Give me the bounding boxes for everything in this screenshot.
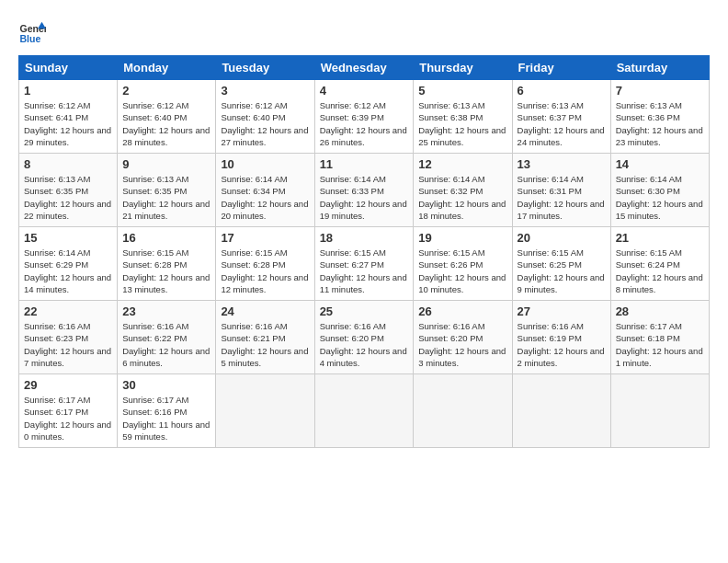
calendar-cell: 30 Sunrise: 6:17 AMSunset: 6:16 PMDaylig… — [118, 374, 216, 448]
calendar-cell: 16 Sunrise: 6:15 AMSunset: 6:28 PMDaylig… — [118, 227, 216, 301]
header: General Blue — [18, 18, 710, 46]
calendar-cell: 26 Sunrise: 6:16 AMSunset: 6:20 PMDaylig… — [414, 301, 512, 374]
day-number: 3 — [221, 84, 309, 98]
calendar-cell — [610, 374, 709, 448]
day-number: 6 — [518, 84, 606, 98]
calendar-cell: 6 Sunrise: 6:13 AMSunset: 6:37 PMDayligh… — [512, 80, 610, 154]
calendar-cell: 25 Sunrise: 6:16 AMSunset: 6:20 PMDaylig… — [314, 301, 414, 374]
day-info: Sunrise: 6:16 AMSunset: 6:23 PMDaylight:… — [24, 321, 111, 368]
day-info: Sunrise: 6:13 AMSunset: 6:37 PMDaylight:… — [518, 100, 605, 147]
day-info: Sunrise: 6:14 AMSunset: 6:30 PMDaylight:… — [616, 174, 703, 221]
day-info: Sunrise: 6:17 AMSunset: 6:18 PMDaylight:… — [616, 321, 703, 368]
day-header-sunday: Sunday — [19, 56, 118, 80]
day-header-monday: Monday — [118, 56, 216, 80]
day-number: 24 — [221, 304, 309, 318]
day-number: 29 — [24, 378, 112, 392]
day-number: 21 — [616, 231, 704, 245]
day-info: Sunrise: 6:14 AMSunset: 6:29 PMDaylight:… — [24, 247, 111, 294]
day-number: 10 — [221, 157, 309, 171]
calendar-cell: 17 Sunrise: 6:15 AMSunset: 6:28 PMDaylig… — [216, 227, 314, 301]
calendar-cell: 29 Sunrise: 6:17 AMSunset: 6:17 PMDaylig… — [19, 374, 118, 448]
day-number: 17 — [221, 231, 309, 245]
day-info: Sunrise: 6:12 AMSunset: 6:40 PMDaylight:… — [221, 100, 308, 147]
calendar-header-row: SundayMondayTuesdayWednesdayThursdayFrid… — [19, 56, 710, 80]
calendar-cell: 9 Sunrise: 6:13 AMSunset: 6:35 PMDayligh… — [118, 154, 216, 227]
svg-text:Blue: Blue — [20, 33, 41, 44]
calendar-cell: 19 Sunrise: 6:15 AMSunset: 6:26 PMDaylig… — [414, 227, 512, 301]
day-number: 22 — [24, 304, 112, 318]
day-number: 19 — [418, 231, 506, 245]
calendar-cell: 24 Sunrise: 6:16 AMSunset: 6:21 PMDaylig… — [216, 301, 314, 374]
day-number: 7 — [616, 84, 704, 98]
day-number: 16 — [122, 231, 210, 245]
calendar-cell — [414, 374, 512, 448]
calendar-week-4: 22 Sunrise: 6:16 AMSunset: 6:23 PMDaylig… — [19, 301, 710, 374]
day-info: Sunrise: 6:14 AMSunset: 6:33 PMDaylight:… — [320, 174, 407, 221]
calendar-week-5: 29 Sunrise: 6:17 AMSunset: 6:17 PMDaylig… — [19, 374, 710, 448]
calendar-cell: 28 Sunrise: 6:17 AMSunset: 6:18 PMDaylig… — [610, 301, 709, 374]
calendar-cell: 20 Sunrise: 6:15 AMSunset: 6:25 PMDaylig… — [512, 227, 610, 301]
day-info: Sunrise: 6:17 AMSunset: 6:17 PMDaylight:… — [24, 395, 111, 442]
day-info: Sunrise: 6:14 AMSunset: 6:31 PMDaylight:… — [518, 174, 605, 221]
day-number: 14 — [616, 157, 704, 171]
day-number: 1 — [24, 84, 112, 98]
day-info: Sunrise: 6:12 AMSunset: 6:40 PMDaylight:… — [122, 100, 210, 147]
calendar-cell: 18 Sunrise: 6:15 AMSunset: 6:27 PMDaylig… — [314, 227, 414, 301]
calendar-week-1: 1 Sunrise: 6:12 AMSunset: 6:41 PMDayligh… — [19, 80, 710, 154]
day-header-saturday: Saturday — [610, 56, 709, 80]
page: General Blue SundayMondayTuesdayWednesda… — [0, 0, 728, 457]
day-info: Sunrise: 6:13 AMSunset: 6:36 PMDaylight:… — [616, 100, 703, 147]
calendar-cell: 21 Sunrise: 6:15 AMSunset: 6:24 PMDaylig… — [610, 227, 709, 301]
logo-icon: General Blue — [18, 18, 46, 46]
day-number: 8 — [24, 157, 112, 171]
day-header-thursday: Thursday — [414, 56, 512, 80]
day-number: 12 — [418, 157, 506, 171]
day-info: Sunrise: 6:16 AMSunset: 6:20 PMDaylight:… — [320, 321, 407, 368]
calendar: SundayMondayTuesdayWednesdayThursdayFrid… — [18, 55, 710, 448]
day-number: 13 — [518, 157, 606, 171]
day-number: 25 — [320, 304, 409, 318]
day-number: 20 — [518, 231, 606, 245]
calendar-cell: 14 Sunrise: 6:14 AMSunset: 6:30 PMDaylig… — [610, 154, 709, 227]
day-number: 5 — [418, 84, 506, 98]
logo: General Blue — [18, 18, 50, 46]
calendar-cell: 2 Sunrise: 6:12 AMSunset: 6:40 PMDayligh… — [118, 80, 216, 154]
day-info: Sunrise: 6:15 AMSunset: 6:28 PMDaylight:… — [221, 247, 308, 294]
day-number: 27 — [518, 304, 606, 318]
day-info: Sunrise: 6:15 AMSunset: 6:25 PMDaylight:… — [518, 247, 605, 294]
day-number: 18 — [320, 231, 409, 245]
day-number: 23 — [122, 304, 210, 318]
day-info: Sunrise: 6:15 AMSunset: 6:26 PMDaylight:… — [418, 247, 506, 294]
calendar-cell — [216, 374, 314, 448]
day-info: Sunrise: 6:14 AMSunset: 6:34 PMDaylight:… — [221, 174, 308, 221]
day-number: 30 — [122, 378, 210, 392]
calendar-cell: 7 Sunrise: 6:13 AMSunset: 6:36 PMDayligh… — [610, 80, 709, 154]
calendar-cell: 8 Sunrise: 6:13 AMSunset: 6:35 PMDayligh… — [19, 154, 118, 227]
day-info: Sunrise: 6:16 AMSunset: 6:22 PMDaylight:… — [122, 321, 210, 368]
calendar-cell: 22 Sunrise: 6:16 AMSunset: 6:23 PMDaylig… — [19, 301, 118, 374]
day-info: Sunrise: 6:16 AMSunset: 6:21 PMDaylight:… — [221, 321, 308, 368]
day-header-tuesday: Tuesday — [216, 56, 314, 80]
day-info: Sunrise: 6:15 AMSunset: 6:27 PMDaylight:… — [320, 247, 407, 294]
calendar-cell: 13 Sunrise: 6:14 AMSunset: 6:31 PMDaylig… — [512, 154, 610, 227]
day-info: Sunrise: 6:12 AMSunset: 6:39 PMDaylight:… — [320, 100, 407, 147]
calendar-cell: 27 Sunrise: 6:16 AMSunset: 6:19 PMDaylig… — [512, 301, 610, 374]
calendar-cell: 12 Sunrise: 6:14 AMSunset: 6:32 PMDaylig… — [414, 154, 512, 227]
day-info: Sunrise: 6:16 AMSunset: 6:19 PMDaylight:… — [518, 321, 605, 368]
day-info: Sunrise: 6:16 AMSunset: 6:20 PMDaylight:… — [418, 321, 506, 368]
day-info: Sunrise: 6:14 AMSunset: 6:32 PMDaylight:… — [418, 174, 506, 221]
day-number: 4 — [320, 84, 409, 98]
day-number: 9 — [122, 157, 210, 171]
day-info: Sunrise: 6:17 AMSunset: 6:16 PMDaylight:… — [122, 395, 210, 442]
day-header-wednesday: Wednesday — [314, 56, 414, 80]
day-number: 11 — [320, 157, 409, 171]
calendar-cell — [512, 374, 610, 448]
calendar-cell: 1 Sunrise: 6:12 AMSunset: 6:41 PMDayligh… — [19, 80, 118, 154]
day-number: 15 — [24, 231, 112, 245]
day-info: Sunrise: 6:15 AMSunset: 6:28 PMDaylight:… — [122, 247, 210, 294]
calendar-cell: 15 Sunrise: 6:14 AMSunset: 6:29 PMDaylig… — [19, 227, 118, 301]
day-info: Sunrise: 6:13 AMSunset: 6:38 PMDaylight:… — [418, 100, 506, 147]
day-number: 28 — [616, 304, 704, 318]
day-info: Sunrise: 6:13 AMSunset: 6:35 PMDaylight:… — [24, 174, 111, 221]
day-number: 26 — [418, 304, 506, 318]
